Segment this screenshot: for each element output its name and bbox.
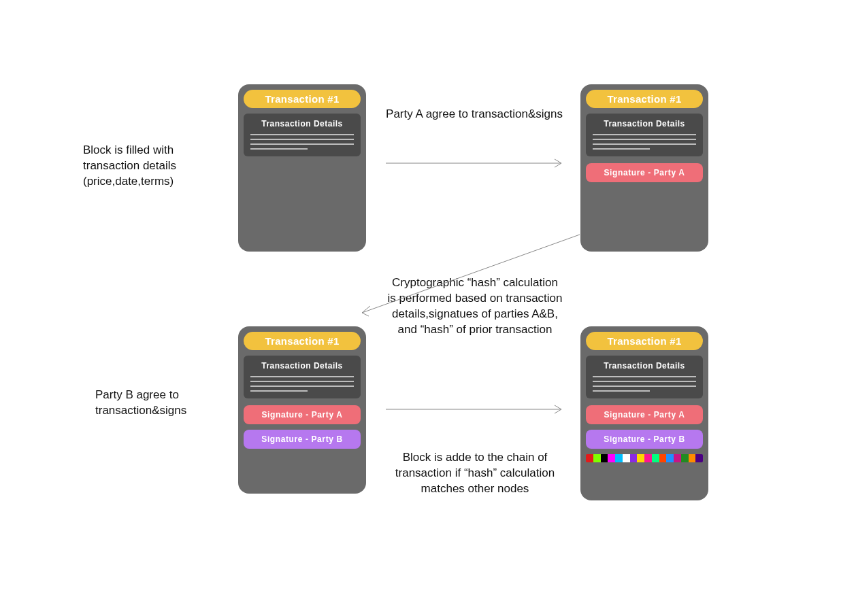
caption-step-3: Party B agree to transaction&signs [95,388,231,419]
block-header: Transaction #1 [586,332,703,350]
block-details: Transaction Details [586,114,703,156]
details-lines [250,134,354,150]
block-details-title: Transaction Details [250,361,354,371]
block-step-1: Transaction #1 Transaction Details [238,84,366,252]
details-lines [250,376,354,392]
hash-colorbar [586,454,703,462]
block-step-4: Transaction #1 Transaction Details Signa… [580,326,708,500]
caption-step-2: Party A agree to transaction&signs [386,107,563,122]
block-details-title: Transaction Details [250,119,354,129]
block-step-3: Transaction #1 Transaction Details Signa… [238,326,366,494]
block-details-title: Transaction Details [593,119,696,129]
block-step-2: Transaction #1 Transaction Details Signa… [580,84,708,252]
block-details: Transaction Details [244,356,361,398]
arrow-step-3-to-4 [386,403,570,416]
block-header: Transaction #1 [244,90,361,108]
details-lines [593,134,696,150]
block-details: Transaction Details [244,114,361,156]
signature-party-a: Signature - Party A [244,405,361,424]
caption-step-5: Block is adde to the chain of transactio… [390,450,560,497]
details-lines [593,376,696,392]
svg-line-1 [362,235,580,313]
signature-party-b: Signature - Party B [244,430,361,449]
signature-party-b: Signature - Party B [586,430,703,449]
block-header: Transaction #1 [586,90,703,108]
signature-party-a: Signature - Party A [586,405,703,424]
arrow-step-2-to-3 [355,235,587,323]
block-details: Transaction Details [586,356,703,398]
block-details-title: Transaction Details [593,361,696,371]
block-header: Transaction #1 [244,332,361,350]
signature-party-a: Signature - Party A [586,163,703,182]
caption-step-1: Block is filled with transaction details… [83,143,233,190]
arrow-step-1-to-2 [386,156,570,170]
diagram-stage: Transaction #1 Transaction Details Trans… [0,0,856,616]
